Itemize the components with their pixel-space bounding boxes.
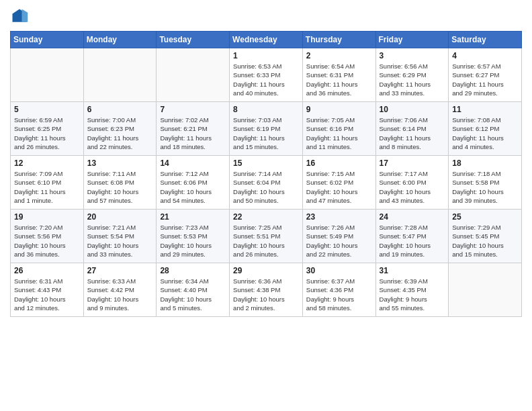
calendar-cell: 25Sunrise: 7:29 AM Sunset: 5:45 PM Dayli… [449, 210, 522, 263]
column-header-friday: Friday [375, 32, 449, 48]
day-number: 7 [160, 105, 226, 114]
day-detail: Sunrise: 6:59 AM Sunset: 6:25 PM Dayligh… [14, 116, 80, 151]
calendar-cell: 5Sunrise: 6:59 AM Sunset: 6:25 PM Daylig… [11, 102, 84, 156]
day-detail: Sunrise: 7:08 AM Sunset: 6:12 PM Dayligh… [452, 116, 518, 151]
calendar-cell: 6Sunrise: 7:00 AM Sunset: 6:23 PM Daylig… [83, 102, 157, 156]
calendar-cell: 2Sunrise: 6:54 AM Sunset: 6:31 PM Daylig… [302, 48, 375, 102]
day-number: 15 [233, 158, 299, 168]
calendar-cell: 26Sunrise: 6:31 AM Sunset: 4:43 PM Dayli… [11, 263, 84, 317]
calendar-cell: 17Sunrise: 7:17 AM Sunset: 6:00 PM Dayli… [375, 156, 449, 210]
day-detail: Sunrise: 6:31 AM Sunset: 4:43 PM Dayligh… [14, 277, 80, 312]
day-detail: Sunrise: 6:54 AM Sunset: 6:31 PM Dayligh… [306, 62, 372, 97]
day-detail: Sunrise: 7:09 AM Sunset: 6:10 PM Dayligh… [14, 169, 80, 205]
day-number: 26 [14, 266, 80, 275]
calendar-cell: 12Sunrise: 7:09 AM Sunset: 6:10 PM Dayli… [11, 156, 84, 210]
day-detail: Sunrise: 7:14 AM Sunset: 6:04 PM Dayligh… [233, 169, 299, 205]
calendar-cell: 23Sunrise: 7:26 AM Sunset: 5:49 PM Dayli… [302, 210, 375, 263]
day-number: 25 [452, 212, 518, 222]
day-detail: Sunrise: 6:36 AM Sunset: 4:38 PM Dayligh… [233, 277, 299, 312]
calendar-cell [11, 48, 84, 102]
day-detail: Sunrise: 7:23 AM Sunset: 5:53 PM Dayligh… [160, 223, 226, 259]
day-detail: Sunrise: 7:25 AM Sunset: 5:51 PM Dayligh… [233, 223, 299, 259]
day-detail: Sunrise: 7:18 AM Sunset: 5:58 PM Dayligh… [452, 169, 518, 205]
day-detail: Sunrise: 6:39 AM Sunset: 4:35 PM Dayligh… [380, 277, 445, 312]
calendar-cell: 31Sunrise: 6:39 AM Sunset: 4:35 PM Dayli… [375, 263, 449, 317]
calendar-week-1: 1Sunrise: 6:53 AM Sunset: 6:33 PM Daylig… [11, 48, 522, 102]
calendar-week-3: 12Sunrise: 7:09 AM Sunset: 6:10 PM Dayli… [11, 156, 522, 210]
calendar-cell: 22Sunrise: 7:25 AM Sunset: 5:51 PM Dayli… [230, 210, 303, 263]
calendar-cell: 29Sunrise: 6:36 AM Sunset: 4:38 PM Dayli… [230, 263, 303, 317]
calendar-cell: 14Sunrise: 7:12 AM Sunset: 6:06 PM Dayli… [157, 156, 230, 210]
day-number: 18 [452, 158, 518, 168]
calendar-cell: 24Sunrise: 7:28 AM Sunset: 5:47 PM Dayli… [375, 210, 449, 263]
day-number: 21 [160, 212, 226, 222]
calendar-cell: 18Sunrise: 7:18 AM Sunset: 5:58 PM Dayli… [449, 156, 522, 210]
day-number: 1 [233, 51, 299, 60]
day-detail: Sunrise: 7:15 AM Sunset: 6:02 PM Dayligh… [306, 169, 372, 205]
day-detail: Sunrise: 7:05 AM Sunset: 6:16 PM Dayligh… [306, 116, 372, 151]
day-detail: Sunrise: 7:20 AM Sunset: 5:56 PM Dayligh… [14, 223, 80, 259]
day-detail: Sunrise: 7:21 AM Sunset: 5:54 PM Dayligh… [87, 223, 153, 259]
calendar-cell: 9Sunrise: 7:05 AM Sunset: 6:16 PM Daylig… [302, 102, 375, 156]
day-detail: Sunrise: 6:56 AM Sunset: 6:29 PM Dayligh… [380, 62, 445, 97]
calendar-cell [157, 48, 230, 102]
calendar-cell: 19Sunrise: 7:20 AM Sunset: 5:56 PM Dayli… [11, 210, 84, 263]
day-number: 3 [380, 51, 445, 60]
day-number: 20 [87, 212, 153, 222]
day-number: 19 [14, 212, 80, 222]
day-number: 14 [160, 158, 226, 168]
calendar-cell: 4Sunrise: 6:57 AM Sunset: 6:27 PM Daylig… [449, 48, 522, 102]
day-number: 22 [233, 212, 299, 222]
day-detail: Sunrise: 7:02 AM Sunset: 6:21 PM Dayligh… [160, 116, 226, 151]
day-number: 30 [306, 266, 372, 275]
day-detail: Sunrise: 7:17 AM Sunset: 6:00 PM Dayligh… [380, 169, 445, 205]
column-header-saturday: Saturday [449, 32, 522, 48]
calendar-cell: 10Sunrise: 7:06 AM Sunset: 6:14 PM Dayli… [375, 102, 449, 156]
column-header-thursday: Thursday [302, 32, 375, 48]
day-detail: Sunrise: 7:28 AM Sunset: 5:47 PM Dayligh… [380, 223, 445, 259]
day-number: 11 [452, 105, 518, 114]
svg-marker-1 [22, 9, 28, 22]
day-number: 5 [14, 105, 80, 114]
column-header-tuesday: Tuesday [157, 32, 230, 48]
day-detail: Sunrise: 7:12 AM Sunset: 6:06 PM Dayligh… [160, 169, 226, 205]
calendar-week-4: 19Sunrise: 7:20 AM Sunset: 5:56 PM Dayli… [11, 210, 522, 263]
column-header-monday: Monday [83, 32, 157, 48]
calendar-cell: 21Sunrise: 7:23 AM Sunset: 5:53 PM Dayli… [157, 210, 230, 263]
day-number: 2 [306, 51, 372, 60]
column-header-sunday: Sunday [11, 32, 84, 48]
day-detail: Sunrise: 6:57 AM Sunset: 6:27 PM Dayligh… [452, 62, 518, 97]
day-detail: Sunrise: 7:26 AM Sunset: 5:49 PM Dayligh… [306, 223, 372, 259]
calendar-week-5: 26Sunrise: 6:31 AM Sunset: 4:43 PM Dayli… [11, 263, 522, 317]
day-number: 28 [160, 266, 226, 275]
day-number: 29 [233, 266, 299, 275]
logo-icon [10, 7, 29, 26]
calendar-cell: 28Sunrise: 6:34 AM Sunset: 4:40 PM Dayli… [157, 263, 230, 317]
calendar-cell: 3Sunrise: 6:56 AM Sunset: 6:29 PM Daylig… [375, 48, 449, 102]
day-number: 12 [14, 158, 80, 168]
day-detail: Sunrise: 7:00 AM Sunset: 6:23 PM Dayligh… [87, 116, 153, 151]
day-number: 13 [87, 158, 153, 168]
calendar-cell: 15Sunrise: 7:14 AM Sunset: 6:04 PM Dayli… [230, 156, 303, 210]
calendar-cell: 30Sunrise: 6:37 AM Sunset: 4:36 PM Dayli… [302, 263, 375, 317]
day-number: 16 [306, 158, 372, 168]
calendar-cell: 16Sunrise: 7:15 AM Sunset: 6:02 PM Dayli… [302, 156, 375, 210]
day-detail: Sunrise: 6:34 AM Sunset: 4:40 PM Dayligh… [160, 277, 226, 312]
calendar-cell: 1Sunrise: 6:53 AM Sunset: 6:33 PM Daylig… [230, 48, 303, 102]
day-number: 24 [380, 212, 445, 222]
day-number: 10 [380, 105, 445, 114]
calendar-cell: 27Sunrise: 6:33 AM Sunset: 4:42 PM Dayli… [83, 263, 157, 317]
day-number: 4 [452, 51, 518, 60]
day-detail: Sunrise: 7:03 AM Sunset: 6:19 PM Dayligh… [233, 116, 299, 151]
calendar-cell: 7Sunrise: 7:02 AM Sunset: 6:21 PM Daylig… [157, 102, 230, 156]
day-number: 17 [380, 158, 445, 168]
day-number: 8 [233, 105, 299, 114]
day-detail: Sunrise: 7:11 AM Sunset: 6:08 PM Dayligh… [87, 169, 153, 205]
calendar-cell: 13Sunrise: 7:11 AM Sunset: 6:08 PM Dayli… [83, 156, 157, 210]
calendar-cell [449, 263, 522, 317]
day-detail: Sunrise: 6:33 AM Sunset: 4:42 PM Dayligh… [87, 277, 153, 312]
calendar-cell [83, 48, 157, 102]
day-detail: Sunrise: 7:29 AM Sunset: 5:45 PM Dayligh… [452, 223, 518, 259]
day-number: 6 [87, 105, 153, 114]
calendar-week-2: 5Sunrise: 6:59 AM Sunset: 6:25 PM Daylig… [11, 102, 522, 156]
